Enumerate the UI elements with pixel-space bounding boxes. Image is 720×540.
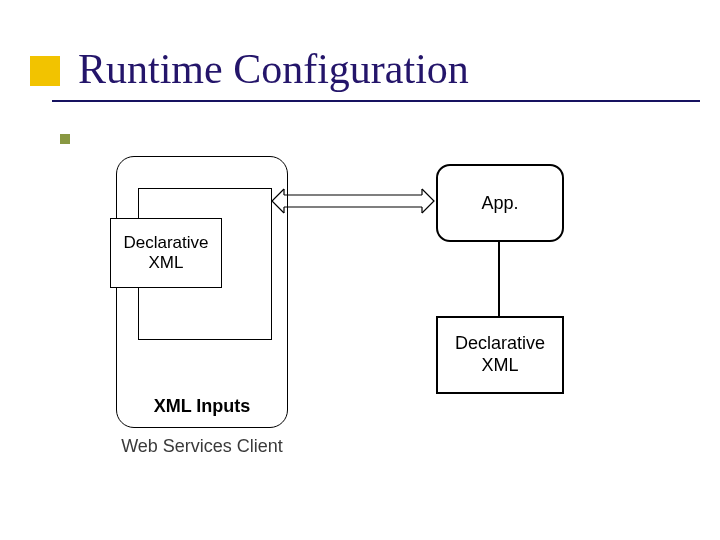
bullet-icon (60, 134, 70, 144)
declarative-xml-right-label: Declarative XML (455, 333, 545, 376)
bidirectional-arrow-icon (272, 189, 434, 213)
accent-square-icon (30, 56, 60, 86)
web-services-client-label: Web Services Client (113, 436, 291, 457)
declarative-xml-right-box: Declarative XML (436, 316, 564, 394)
xml-inputs-label: XML Inputs (117, 396, 287, 417)
slide-title: Runtime Configuration (78, 45, 469, 93)
app-box: App. (436, 164, 564, 242)
declarative-xml-left-label: Declarative XML (123, 233, 208, 274)
app-label: App. (481, 193, 518, 214)
title-divider (52, 100, 700, 102)
app-to-xml-connector (498, 240, 500, 316)
runtime-configuration-diagram: XML Inputs Web Services Client Declarati… (116, 156, 636, 456)
declarative-xml-left-box: Declarative XML (110, 218, 222, 288)
